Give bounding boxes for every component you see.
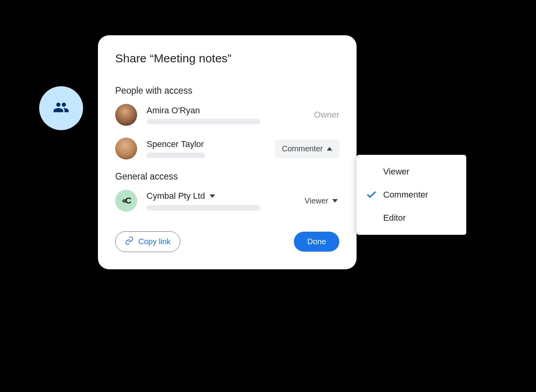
org-avatar: ‹‹C [115,190,137,212]
org-info: Cymbal Pty Ltd [147,191,304,211]
general-role-dropdown[interactable]: Viewer [304,196,339,205]
dialog-title: Share “Meeting notes” [115,52,339,65]
copy-link-button[interactable]: Copy link [115,231,180,252]
org-icon-text: ‹‹C [122,196,130,206]
dropdown-item-commenter[interactable]: Commenter [357,183,466,207]
person-info: Amira O'Ryan [147,105,314,124]
person-row: Amira O'Ryan Owner [115,104,339,126]
placeholder-line [147,205,260,211]
person-row: Spencer Taylor Commenter [115,138,339,160]
org-scope-dropdown[interactable]: Cymbal Pty Ltd [147,191,304,201]
share-dialog: Share “Meeting notes” People with access… [98,35,357,269]
org-name: Cymbal Pty Ltd [147,191,205,201]
general-access-heading: General access [115,171,339,182]
chevron-down-icon [332,199,338,203]
person-info: Spencer Taylor [147,139,275,158]
done-button[interactable]: Done [294,232,339,252]
role-dropdown-menu: Viewer Commenter Editor [357,155,466,235]
check-icon [366,189,383,200]
avatar [115,138,137,160]
dropdown-item-label: Viewer [383,167,409,177]
person-name: Amira O'Ryan [147,105,314,116]
done-label: Done [307,237,326,246]
people-icon [53,99,69,117]
dropdown-item-label: Editor [383,213,406,223]
dropdown-item-viewer[interactable]: Viewer [357,160,466,183]
role-label-owner: Owner [314,110,339,120]
role-label: Viewer [304,196,328,205]
people-with-access-heading: People with access [115,85,339,96]
dropdown-item-editor[interactable]: Editor [357,207,466,229]
people-badge [39,86,83,130]
placeholder-line [147,152,205,158]
dialog-footer: Copy link Done [115,231,339,252]
dropdown-item-label: Commenter [383,190,428,200]
link-icon [125,236,134,247]
person-name: Spencer Taylor [147,139,275,149]
role-dropdown-commenter[interactable]: Commenter [275,140,339,158]
chevron-down-icon [210,194,215,198]
placeholder-line [147,119,260,124]
role-label: Commenter [282,144,323,153]
chevron-up-icon [327,147,332,151]
avatar [115,104,137,126]
general-access-row: ‹‹C Cymbal Pty Ltd Viewer [115,190,339,212]
copy-link-label: Copy link [138,237,170,246]
